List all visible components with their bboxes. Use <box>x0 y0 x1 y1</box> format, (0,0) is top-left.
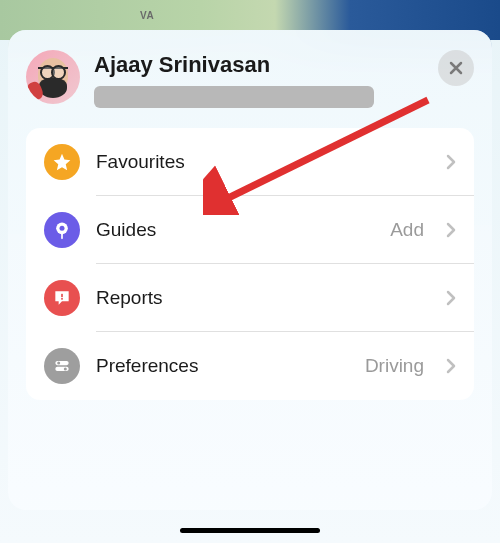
preferences-row[interactable]: Preferences Driving <box>26 332 474 400</box>
sheet-header: Ajaay Srinivasan <box>26 50 474 108</box>
reports-row[interactable]: Reports <box>26 264 474 332</box>
close-button[interactable] <box>438 50 474 86</box>
guides-label: Guides <box>96 219 374 241</box>
preferences-trailing: Driving <box>365 355 424 377</box>
guides-trailing: Add <box>390 219 424 241</box>
svg-rect-2 <box>61 294 63 297</box>
svg-point-1 <box>60 226 65 231</box>
chevron-right-icon <box>446 358 456 374</box>
svg-point-5 <box>57 362 60 365</box>
home-indicator[interactable] <box>180 528 320 533</box>
profile-sheet: Ajaay Srinivasan Favourites Guides Add <box>8 30 492 510</box>
star-icon <box>44 144 80 180</box>
close-icon <box>448 60 464 76</box>
chevron-right-icon <box>446 290 456 306</box>
toggle-icon <box>44 348 80 384</box>
alert-icon <box>44 280 80 316</box>
header-text-block: Ajaay Srinivasan <box>94 50 424 108</box>
map-state-label: VA <box>140 10 154 21</box>
svg-rect-3 <box>61 298 63 300</box>
chevron-right-icon <box>446 154 456 170</box>
chevron-right-icon <box>446 222 456 238</box>
reports-label: Reports <box>96 287 430 309</box>
svg-point-7 <box>64 367 67 370</box>
favourites-label: Favourites <box>96 151 430 173</box>
avatar[interactable] <box>26 50 80 104</box>
username-label: Ajaay Srinivasan <box>94 52 424 78</box>
preferences-label: Preferences <box>96 355 349 377</box>
pin-icon <box>44 212 80 248</box>
favourites-row[interactable]: Favourites <box>26 128 474 196</box>
menu-card: Favourites Guides Add Reports <box>26 128 474 400</box>
guides-row[interactable]: Guides Add <box>26 196 474 264</box>
redacted-subtitle <box>94 86 374 108</box>
